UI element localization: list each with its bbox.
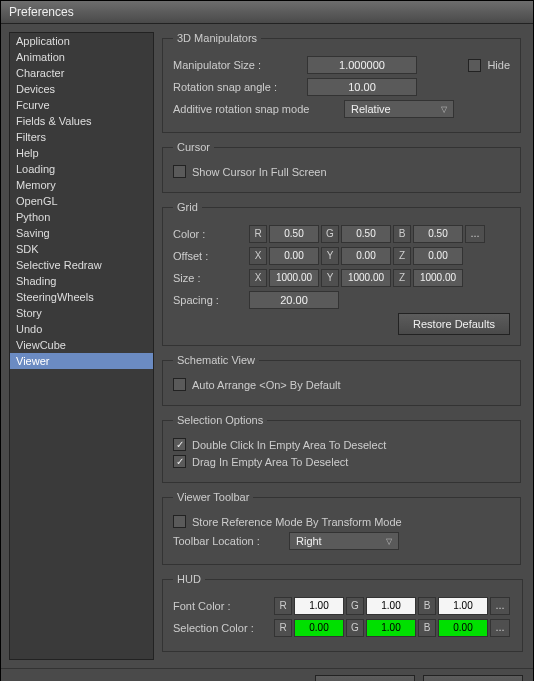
auto-arrange-checkbox[interactable] bbox=[173, 378, 186, 391]
toolbar-location-combo[interactable]: Right▽ bbox=[289, 532, 399, 550]
double-click-deselect-label: Double Click In Empty Area To Deselect bbox=[192, 439, 386, 451]
sidebar-item-fcurve[interactable]: Fcurve bbox=[10, 97, 153, 113]
grid-color-r[interactable]: 0.50 bbox=[269, 225, 319, 243]
selection-color-b[interactable]: 0.00 bbox=[438, 619, 488, 637]
selection-color-more-button[interactable]: ... bbox=[490, 619, 510, 637]
show-cursor-checkbox[interactable] bbox=[173, 165, 186, 178]
store-reference-checkbox[interactable] bbox=[173, 515, 186, 528]
grid-color-label: Color : bbox=[173, 228, 243, 240]
sidebar-item-saving[interactable]: Saving bbox=[10, 225, 153, 241]
toolbar-location-label: Toolbar Location : bbox=[173, 535, 283, 547]
sidebar-item-python[interactable]: Python bbox=[10, 209, 153, 225]
group-legend: Schematic View bbox=[173, 354, 259, 366]
b-label: B bbox=[418, 619, 436, 637]
font-color-more-button[interactable]: ... bbox=[490, 597, 510, 615]
sidebar-item-sdk[interactable]: SDK bbox=[10, 241, 153, 257]
show-cursor-label: Show Cursor In Full Screen bbox=[192, 166, 327, 178]
chevron-down-icon: ▽ bbox=[441, 105, 447, 114]
group-viewer-toolbar: Viewer Toolbar Store Reference Mode By T… bbox=[162, 491, 521, 565]
b-label: B bbox=[393, 225, 411, 243]
x-label: X bbox=[249, 269, 267, 287]
group-3d-manipulators: 3D Manipulators Manipulator Size : 1.000… bbox=[162, 32, 521, 133]
hide-checkbox[interactable] bbox=[468, 59, 481, 72]
selection-color-r[interactable]: 0.00 bbox=[294, 619, 344, 637]
sidebar-item-memory[interactable]: Memory bbox=[10, 177, 153, 193]
auto-arrange-label: Auto Arrange <On> By Default bbox=[192, 379, 341, 391]
grid-color-b[interactable]: 0.50 bbox=[413, 225, 463, 243]
grid-size-y[interactable]: 1000.00 bbox=[341, 269, 391, 287]
sidebar-item-filters[interactable]: Filters bbox=[10, 129, 153, 145]
sidebar-item-loading[interactable]: Loading bbox=[10, 161, 153, 177]
g-label: G bbox=[321, 225, 339, 243]
ok-button[interactable]: Ok bbox=[315, 675, 415, 681]
grid-color-g[interactable]: 0.50 bbox=[341, 225, 391, 243]
sidebar-item-opengl[interactable]: OpenGL bbox=[10, 193, 153, 209]
category-sidebar[interactable]: ApplicationAnimationCharacterDevicesFcur… bbox=[9, 32, 154, 660]
manipulator-size-input[interactable]: 1.000000 bbox=[307, 56, 417, 74]
grid-size-x[interactable]: 1000.00 bbox=[269, 269, 319, 287]
selection-color-g[interactable]: 1.00 bbox=[366, 619, 416, 637]
grid-size-z[interactable]: 1000.00 bbox=[413, 269, 463, 287]
group-legend: HUD bbox=[173, 573, 205, 585]
window-title: Preferences bbox=[1, 1, 533, 24]
r-label: R bbox=[274, 619, 292, 637]
font-color-r[interactable]: 1.00 bbox=[294, 597, 344, 615]
rotation-snap-label: Rotation snap angle : bbox=[173, 81, 301, 93]
sidebar-item-shading[interactable]: Shading bbox=[10, 273, 153, 289]
b-label: B bbox=[418, 597, 436, 615]
chevron-down-icon: ▽ bbox=[386, 537, 392, 546]
sidebar-item-viewcube[interactable]: ViewCube bbox=[10, 337, 153, 353]
group-hud: HUD Font Color : R1.00 G1.00 B1.00 ... S… bbox=[162, 573, 523, 652]
settings-panel: 3D Manipulators Manipulator Size : 1.000… bbox=[162, 32, 525, 660]
grid-offset-z[interactable]: 0.00 bbox=[413, 247, 463, 265]
group-legend: Cursor bbox=[173, 141, 214, 153]
grid-color-more-button[interactable]: ... bbox=[465, 225, 485, 243]
sidebar-item-application[interactable]: Application bbox=[10, 33, 153, 49]
group-legend: Viewer Toolbar bbox=[173, 491, 253, 503]
double-click-deselect-checkbox[interactable] bbox=[173, 438, 186, 451]
additive-rotation-combo[interactable]: Relative▽ bbox=[344, 100, 454, 118]
hide-label: Hide bbox=[487, 59, 510, 71]
sidebar-item-help[interactable]: Help bbox=[10, 145, 153, 161]
font-color-label: Font Color : bbox=[173, 600, 268, 612]
sidebar-item-devices[interactable]: Devices bbox=[10, 81, 153, 97]
sidebar-item-selective-redraw[interactable]: Selective Redraw bbox=[10, 257, 153, 273]
manipulator-size-label: Manipulator Size : bbox=[173, 59, 301, 71]
y-label: Y bbox=[321, 269, 339, 287]
sidebar-item-viewer[interactable]: Viewer bbox=[10, 353, 153, 369]
sidebar-item-animation[interactable]: Animation bbox=[10, 49, 153, 65]
group-schematic-view: Schematic View Auto Arrange <On> By Defa… bbox=[162, 354, 521, 406]
sidebar-item-character[interactable]: Character bbox=[10, 65, 153, 81]
drag-deselect-label: Drag In Empty Area To Deselect bbox=[192, 456, 348, 468]
sidebar-item-fields-values[interactable]: Fields & Values bbox=[10, 113, 153, 129]
x-label: X bbox=[249, 247, 267, 265]
grid-size-label: Size : bbox=[173, 272, 243, 284]
z-label: Z bbox=[393, 269, 411, 287]
drag-deselect-checkbox[interactable] bbox=[173, 455, 186, 468]
dialog-button-row: Ok Cancel bbox=[1, 668, 533, 681]
group-legend: Selection Options bbox=[173, 414, 267, 426]
grid-spacing-input[interactable]: 20.00 bbox=[249, 291, 339, 309]
grid-offset-x[interactable]: 0.00 bbox=[269, 247, 319, 265]
group-grid: Grid Color : R0.50 G0.50 B0.50 ... Offse… bbox=[162, 201, 521, 346]
grid-spacing-label: Spacing : bbox=[173, 294, 243, 306]
r-label: R bbox=[249, 225, 267, 243]
sidebar-item-story[interactable]: Story bbox=[10, 305, 153, 321]
rotation-snap-input[interactable]: 10.00 bbox=[307, 78, 417, 96]
sidebar-item-steeringwheels[interactable]: SteeringWheels bbox=[10, 289, 153, 305]
store-reference-label: Store Reference Mode By Transform Mode bbox=[192, 516, 402, 528]
group-legend: 3D Manipulators bbox=[173, 32, 261, 44]
font-color-b[interactable]: 1.00 bbox=[438, 597, 488, 615]
font-color-g[interactable]: 1.00 bbox=[366, 597, 416, 615]
additive-rotation-label: Additive rotation snap mode bbox=[173, 103, 338, 115]
g-label: G bbox=[346, 597, 364, 615]
window-body: ApplicationAnimationCharacterDevicesFcur… bbox=[1, 24, 533, 668]
restore-defaults-button[interactable]: Restore Defaults bbox=[398, 313, 510, 335]
cancel-button[interactable]: Cancel bbox=[423, 675, 523, 681]
grid-offset-label: Offset : bbox=[173, 250, 243, 262]
z-label: Z bbox=[393, 247, 411, 265]
sidebar-item-undo[interactable]: Undo bbox=[10, 321, 153, 337]
y-label: Y bbox=[321, 247, 339, 265]
grid-offset-y[interactable]: 0.00 bbox=[341, 247, 391, 265]
group-cursor: Cursor Show Cursor In Full Screen bbox=[162, 141, 521, 193]
